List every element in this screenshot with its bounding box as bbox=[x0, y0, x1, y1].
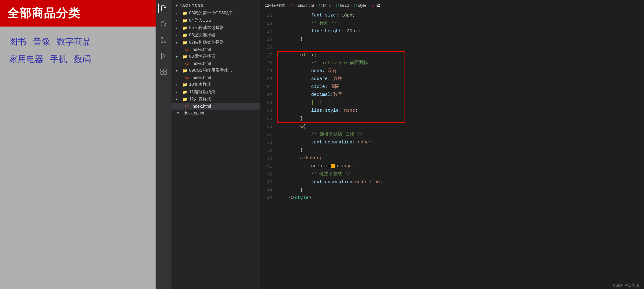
activity-debug[interactable] bbox=[158, 51, 169, 61]
line-number-41: 41 bbox=[260, 162, 272, 170]
tree-label: 04导入CSS bbox=[189, 18, 211, 23]
tree-label: 05三种基本选择器 bbox=[189, 25, 224, 31]
breadcrumb-sep: › bbox=[333, 3, 334, 8]
tree-label: 12列表样式 bbox=[189, 96, 211, 102]
file-explorer-sidebar: ▾ TAOHYCSS ›📁03我的第一个CSS程序›📁04导入CSS›📁05三种… bbox=[171, 0, 260, 289]
preview-content: 图书音像数字商品家用电器手机数码 bbox=[0, 27, 156, 289]
breadcrumb-item-0[interactable]: 12列表样式 bbox=[265, 3, 285, 8]
tree-item-07结构伪类选择器[interactable]: ▾📁07结构伪类选择器 bbox=[171, 39, 260, 46]
tree-label: 08属性选择器 bbox=[189, 54, 215, 59]
code-line-40: a:hover{ bbox=[278, 154, 644, 162]
code-line-44: } bbox=[278, 186, 644, 194]
breadcrumb-item-3[interactable]: ⬡ head bbox=[336, 3, 349, 8]
vscode-editor: ▾ TAOHYCSS ›📁03我的第一个CSS程序›📁04导入CSS›📁05三种… bbox=[156, 0, 644, 289]
line-number-33: 33 bbox=[260, 99, 272, 107]
code-line-23: /* 行高 */ bbox=[278, 20, 644, 27]
code-line-37: /* 链接下划线 去掉 */ bbox=[278, 131, 644, 139]
code-line-26 bbox=[278, 43, 644, 51]
activity-git[interactable] bbox=[158, 35, 169, 45]
activity-bar bbox=[156, 0, 171, 289]
tree-label: index.html bbox=[192, 61, 211, 66]
status-bar: CSDN @汲水瑜 bbox=[608, 282, 644, 289]
tree-item-10文本样式[interactable]: ›📁10文本样式 bbox=[171, 81, 260, 88]
tree-item-04导入CSS[interactable]: ›📁04导入CSS bbox=[171, 17, 260, 24]
tree-item-index.html[interactable]: <>index.html bbox=[171, 60, 260, 67]
breadcrumb-sep: › bbox=[287, 3, 288, 8]
activity-extensions[interactable] bbox=[158, 67, 169, 77]
svg-rect-9 bbox=[161, 72, 163, 74]
preview-link-0[interactable]: 图书 bbox=[9, 35, 26, 49]
code-line-30: square: 方块 bbox=[278, 75, 644, 83]
code-line-24: line-height: 30px; bbox=[278, 27, 644, 35]
breadcrumb-sep: › bbox=[316, 3, 317, 8]
line-number-22: 22 bbox=[260, 12, 272, 20]
line-number-30: 30 bbox=[260, 75, 272, 83]
preview-header: 全部商品分类 bbox=[0, 0, 156, 27]
tree-item-index.html[interactable]: <>index.html bbox=[171, 46, 260, 53]
code-content[interactable]: font-size: 18px; /* 行高 */ line-height: 3… bbox=[276, 11, 644, 289]
tree-label: 10文本样式 bbox=[189, 82, 211, 87]
line-number-24: 24 bbox=[260, 27, 272, 35]
code-line-29: none: 没有 bbox=[278, 67, 644, 75]
svg-line-1 bbox=[165, 25, 166, 27]
tree-item-11超链接伪类[interactable]: ›📁11超链接伪类 bbox=[171, 88, 260, 96]
preview-link-3[interactable]: 家用电器 bbox=[9, 52, 43, 66]
preview-link-2[interactable]: 数字商品 bbox=[57, 35, 91, 49]
tree-item-index.html[interactable]: <>index.html bbox=[171, 74, 260, 81]
file-tree: ›📁03我的第一个CSS程序›📁04导入CSS›📁05三种基本选择器›📁06层次… bbox=[171, 9, 260, 116]
breadcrumb-item-1[interactable]: <> index.html bbox=[290, 3, 314, 8]
svg-point-3 bbox=[161, 38, 163, 39]
tree-item-06层次选择器[interactable]: ›📁06层次选择器 bbox=[171, 31, 260, 39]
line-number-39: 39 bbox=[260, 146, 272, 154]
tree-item-desktop.ini[interactable]: ≡desktop.ini bbox=[171, 110, 260, 116]
breadcrumb-item-5[interactable]: ⬡ h2 bbox=[371, 3, 380, 8]
code-line-38: text-decoration: none; bbox=[278, 139, 644, 146]
preview-link-5[interactable]: 数码 bbox=[74, 52, 91, 66]
tree-label: 03我的第一个CSS程序 bbox=[189, 10, 232, 16]
tree-label: 07结构伪类选择器 bbox=[189, 40, 224, 45]
activity-explorer[interactable] bbox=[158, 3, 169, 13]
line-number-28: 28 bbox=[260, 59, 272, 67]
tree-item-05三种基本选择器[interactable]: ›📁05三种基本选择器 bbox=[171, 24, 260, 31]
tree-item-12列表样式[interactable]: ▾📁12列表样式 bbox=[171, 96, 260, 103]
tree-label: 06层次选择器 bbox=[189, 32, 215, 38]
code-line-42: /* 链接下划线 */ bbox=[278, 170, 644, 178]
tree-item-index.html[interactable]: <>index.html bbox=[171, 103, 260, 110]
preview-link-1[interactable]: 音像 bbox=[33, 35, 50, 49]
line-number-25: 25 bbox=[260, 35, 272, 43]
preview-title: 全部商品分类 bbox=[7, 5, 148, 21]
svg-rect-7 bbox=[161, 69, 163, 71]
breadcrumb-item-2[interactable]: ⬡ html bbox=[319, 3, 331, 8]
tree-label: 09CSS的作用及字体... bbox=[189, 68, 232, 73]
tree-label: index.html bbox=[192, 75, 211, 80]
preview-links: 图书音像数字商品家用电器手机数码 bbox=[9, 35, 146, 66]
code-line-25: } bbox=[278, 35, 644, 43]
tree-item-09CSS的作用及字体...[interactable]: ▾📁09CSS的作用及字体... bbox=[171, 67, 260, 74]
line-number-44: 44 bbox=[260, 186, 272, 194]
line-number-27: 27 bbox=[260, 51, 272, 59]
preview-link-4[interactable]: 手机 bbox=[50, 52, 67, 66]
svg-point-2 bbox=[164, 41, 166, 43]
editor-area: 12列表样式›<> index.html›⬡ html›⬡ head›⬡ sty… bbox=[260, 0, 644, 289]
activity-search[interactable] bbox=[158, 19, 169, 29]
code-line-33: | */ bbox=[278, 99, 644, 107]
breadcrumb-item-4[interactable]: ⬡ style bbox=[354, 3, 366, 8]
breadcrumb-sep: › bbox=[351, 3, 352, 8]
line-number-36: 36 bbox=[260, 123, 272, 131]
tree-label: 11超链接伪类 bbox=[189, 89, 215, 95]
line-number-43: 43 bbox=[260, 178, 272, 186]
code-line-45: </style> bbox=[278, 194, 644, 202]
tree-item-08属性选择器[interactable]: ▾📁08属性选择器 bbox=[171, 53, 260, 60]
tree-item-03我的第一个CSS程序[interactable]: ›📁03我的第一个CSS程序 bbox=[171, 9, 260, 17]
code-line-27: ul li{ bbox=[278, 51, 644, 59]
line-number-45: 45 bbox=[260, 194, 272, 202]
line-number-31: 31 bbox=[260, 83, 272, 91]
tree-label: index.html bbox=[192, 104, 211, 109]
tree-label: index.html bbox=[192, 47, 211, 52]
code-line-34: list-style: none; bbox=[278, 107, 644, 115]
svg-rect-8 bbox=[164, 69, 166, 71]
code-editor: 2223242526272829303132333435363738394041… bbox=[260, 11, 644, 289]
svg-point-0 bbox=[161, 22, 166, 26]
breadcrumb-sep: › bbox=[368, 3, 369, 8]
line-number-40: 40 bbox=[260, 154, 272, 162]
